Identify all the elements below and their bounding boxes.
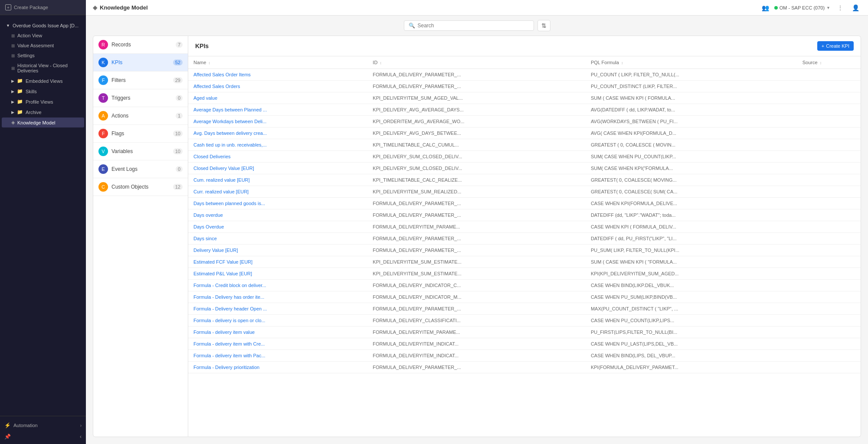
- cell-source: [797, 350, 861, 362]
- table-row[interactable]: Formula - delivery is open or clo... FOR…: [188, 315, 861, 326]
- search-input[interactable]: [418, 23, 529, 29]
- category-item-variables[interactable]: V Variables 10: [93, 143, 188, 160]
- sidebar-item-label: Settings: [17, 53, 35, 58]
- table-row[interactable]: Days since FORMULA_DELIVERY_PARAMETER_..…: [188, 233, 861, 245]
- cell-source: [797, 186, 861, 198]
- sidebar-item-value-assesment[interactable]: ⊞ Value Assesment: [2, 41, 84, 50]
- table-row[interactable]: Estimated FCF Value [EUR] KPI_DELIVERYIT…: [188, 256, 861, 268]
- search-bar-container: 🔍 ⇅: [86, 16, 868, 36]
- table-row[interactable]: Formula - Credit block on deliver... FOR…: [188, 280, 861, 291]
- automation-item[interactable]: ⚡ Automation ›: [4, 421, 82, 430]
- create-package-button[interactable]: + Create Package: [0, 0, 86, 15]
- cell-formula: GREATEST( 0, COALESCE( SUM( CA...: [586, 186, 797, 198]
- table-row[interactable]: Delivery Value [EUR] FORMULA_DELIVERY_PA…: [188, 245, 861, 256]
- cell-formula: DATEDIFF ( dd, PU_FIRST("LIKP", "LI...: [586, 233, 797, 245]
- sidebar-item-knowledge-model[interactable]: ◈ Knowledge Model: [2, 118, 84, 127]
- cell-id: FORMULA_DELIVERYITEM_PARAME...: [367, 326, 586, 338]
- table-row[interactable]: Formula - delivery item with Cre... FORM…: [188, 338, 861, 350]
- table-row[interactable]: Formula - Delivery prioritization FORMUL…: [188, 362, 861, 373]
- sidebar-item-embedded-views[interactable]: ▶ 📁 Embedded Views: [2, 76, 84, 86]
- cell-formula: PU_COUNT_DISTINCT (LIKP, FILTER...: [586, 81, 797, 92]
- sort-icon: ↕: [820, 61, 822, 65]
- category-item-flags[interactable]: F Flags 10: [93, 125, 188, 143]
- table-row[interactable]: Days between planned goods is... FORMULA…: [188, 198, 861, 209]
- cell-source: [797, 81, 861, 92]
- col-formula: PQL Formula ↕: [586, 56, 797, 69]
- table-row[interactable]: Average Days between Planned ... KPI_DEL…: [188, 104, 861, 116]
- more-options-button[interactable]: ⋮: [835, 3, 845, 12]
- pin-icon[interactable]: 📌: [4, 434, 11, 440]
- user-label: OM - SAP ECC (070): [780, 5, 825, 10]
- sidebar-item-skills[interactable]: ▶ 📁 Skills: [2, 86, 84, 96]
- table-row[interactable]: Closed Delivery Value [EUR] KPI_DELIVERY…: [188, 163, 861, 174]
- table-row[interactable]: Formula - delivery item with Pac... FORM…: [188, 350, 861, 362]
- cell-formula: AVG(WORKDAYS_BETWEEN ( PU_FI...: [586, 116, 797, 127]
- create-kpi-label: Create KPI: [826, 43, 849, 49]
- collapse-icon[interactable]: ‹: [80, 434, 82, 440]
- sidebar-item-settings[interactable]: ⊞ Settings: [2, 51, 84, 60]
- category-item-triggers[interactable]: T Triggers 0: [93, 89, 188, 107]
- create-package-icon: +: [5, 4, 11, 10]
- table-row[interactable]: Days Overdue FORMULA_DELIVERYITEM_PARAME…: [188, 221, 861, 233]
- sidebar-item-label: Archive: [26, 110, 42, 115]
- table-row[interactable]: Estimated P&L Value [EUR] KPI_DELIVERYIT…: [188, 268, 861, 280]
- cell-formula: AVG(DATEDIFF ( dd, LIKP.WADAT, to...: [586, 104, 797, 116]
- table-row[interactable]: Closed Deliveries KPI_DELIVERY_SUM_CLOSE…: [188, 151, 861, 163]
- kpi-panel: KPIs + Create KPI Name ↕ ID ↕ PQL Formul…: [188, 36, 861, 437]
- cell-name: Formula - Delivery prioritization: [188, 362, 367, 373]
- table-row[interactable]: Affected Sales Orders FORMULA_DELIVERY_P…: [188, 81, 861, 92]
- table-row[interactable]: Cum. realized value [EUR] KPI_TIMELINETA…: [188, 174, 861, 186]
- table-row[interactable]: Aged value KPI_DELIVERYITEM_SUM_AGED_VAL…: [188, 92, 861, 104]
- status-indicator: [774, 6, 778, 10]
- automation-icon: ⚡: [4, 422, 11, 428]
- cell-source: [797, 92, 861, 104]
- table-row[interactable]: Affected Sales Order Items FORMULA_DELIV…: [188, 69, 861, 81]
- knowledge-model-icon: ◈: [11, 120, 15, 125]
- users-icon[interactable]: 👥: [762, 4, 769, 11]
- sidebar-item-app[interactable]: ▼ Overdue Goods Issue App [D...: [2, 21, 84, 30]
- table-row[interactable]: Formula - Delivery has order ite... FORM…: [188, 291, 861, 303]
- sidebar-item-historical-view[interactable]: ⊞ Historical View - Closed Deliveries: [2, 61, 84, 75]
- cell-formula: CASE WHEN BIND(LIKP.DEL_VBUK...: [586, 280, 797, 291]
- cell-id: FORMULA_DELIVERY_CLASSIFICATI...: [367, 315, 586, 326]
- cell-source: [797, 268, 861, 280]
- category-item-event-logs[interactable]: E Event Logs 0: [93, 160, 188, 178]
- chevron-down-icon: ▼: [6, 23, 10, 28]
- cell-id: FORMULA_DELIVERY_PARAMETER_...: [367, 198, 586, 209]
- table-row[interactable]: Cash tied up in unb. receivables,... KPI…: [188, 139, 861, 151]
- left-sidebar: + Create Package ▼ Overdue Goods Issue A…: [0, 0, 86, 444]
- sidebar-section-apps: ▼ Overdue Goods Issue App [D... ⊞ Action…: [0, 19, 86, 130]
- table-header-row: Name ↕ ID ↕ PQL Formula ↕ Source ↕: [188, 56, 861, 69]
- cell-formula: CASE WHEN PU_COUNT(LIKP,LIPS...: [586, 315, 797, 326]
- category-item-filters[interactable]: F Filters 29: [93, 72, 188, 89]
- category-item-custom-objects[interactable]: C Custom Objects 12: [93, 178, 188, 196]
- cell-formula: CASE WHEN PU_LAST(LIPS,DEL_VB...: [586, 338, 797, 350]
- search-bar[interactable]: 🔍: [404, 20, 534, 31]
- category-item-kpis[interactable]: K KPIs 52: [93, 54, 188, 72]
- sidebar-item-archive[interactable]: ▶ 📁 Archive: [2, 107, 84, 117]
- category-count: 52: [173, 59, 183, 65]
- sidebar-item-profile-views[interactable]: ▶ 📁 Profile Views: [2, 97, 84, 107]
- table-row[interactable]: Days overdue FORMULA_DELIVERY_PARAMETER_…: [188, 209, 861, 221]
- cell-name: Closed Deliveries: [188, 151, 367, 163]
- cell-name: Avg. Days between delivery crea...: [188, 127, 367, 139]
- table-row[interactable]: Curr. realized value [EUR] KPI_DELIVERYI…: [188, 186, 861, 198]
- table-row[interactable]: Average Workdays between Deli... KPI_ORD…: [188, 116, 861, 127]
- create-kpi-button[interactable]: + Create KPI: [817, 41, 854, 51]
- category-icon: K: [98, 58, 108, 67]
- filter-button[interactable]: ⇅: [537, 20, 550, 31]
- cell-source: [797, 116, 861, 127]
- category-label: Records: [111, 42, 131, 48]
- user-circle-button[interactable]: 👤: [850, 3, 861, 12]
- table-row[interactable]: Avg. Days between delivery crea... KPI_D…: [188, 127, 861, 139]
- sidebar-item-action-view[interactable]: ⊞ Action View: [2, 31, 84, 40]
- chevron-right-icon: ›: [80, 423, 82, 428]
- cell-formula: CASE WHEN KPI ( FORMULA_DELIV...: [586, 221, 797, 233]
- table-row[interactable]: Formula - Delivery header Open ... FORMU…: [188, 303, 861, 315]
- cell-source: [797, 174, 861, 186]
- cell-name: Formula - delivery item with Cre...: [188, 338, 367, 350]
- category-item-records[interactable]: R Records 7: [93, 36, 188, 54]
- category-count: 0: [176, 166, 183, 172]
- table-row[interactable]: Formula - delivery item value FORMULA_DE…: [188, 326, 861, 338]
- category-item-actions[interactable]: A Actions 1: [93, 107, 188, 125]
